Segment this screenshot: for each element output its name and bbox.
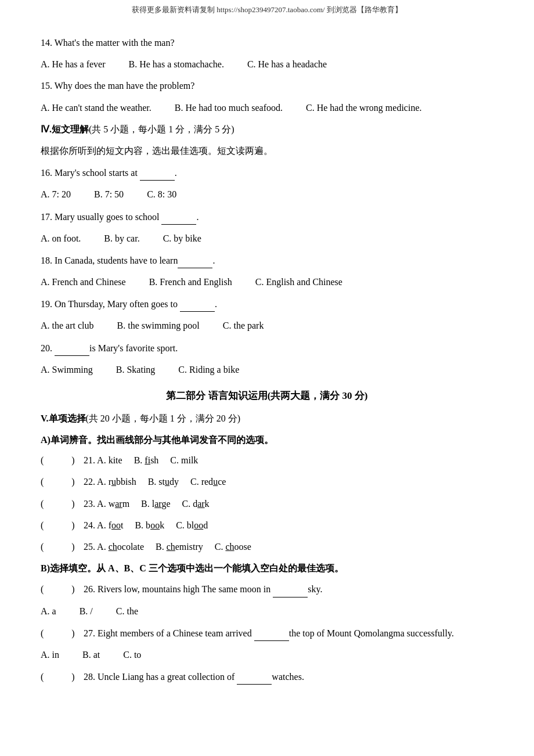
q16-optA: A. 7: 20 — [41, 186, 71, 202]
partA-header: A)单词辨音。找出画线部分与其他单词发音不同的选项。 — [41, 432, 493, 448]
question-20: 20. is Mary's favorite sport. — [41, 340, 493, 356]
q19-optA: A. the art club — [41, 318, 94, 333]
q15-optB: B. He had too much seafood. — [175, 100, 283, 116]
section4-header: Ⅳ.短文理解(共 5 小题，每小题 1 分，满分 5 分) — [41, 121, 493, 137]
q26-optA: A. a — [41, 603, 56, 619]
q18-optC: C. English and Chinese — [255, 274, 342, 290]
q17-options: A. on foot. B. by car. C. by bike — [41, 231, 493, 246]
q27-optA: A. in — [41, 647, 59, 663]
q27-options: A. in B. at C. to — [41, 647, 493, 663]
q18-optA: A. French and Chinese — [41, 274, 126, 290]
partB-header: B)选择填空。从 A、B、C 三个选项中选出一个能填入空白处的最佳选项。 — [41, 560, 493, 576]
section4-instruction: 根据你所听到的短文内容，选出最佳选项。短文读两遍。 — [41, 143, 493, 159]
question-21: ( ) 21. A. kite B. fish C. milk — [41, 452, 493, 468]
q20-optB: B. Skating — [116, 362, 156, 377]
q20-options: A. Swimming B. Skating C. Riding a bike — [41, 362, 493, 377]
top-bar: 获得更多最新资料请复制 https://shop239497207.taobao… — [0, 0, 534, 17]
q26-options: A. a B. / C. the — [41, 603, 493, 619]
q14-options: A. He has a fever B. He has a stomachach… — [41, 56, 493, 72]
q14-optB: B. He has a stomachache. — [129, 56, 224, 72]
question-19: 19. On Thursday, Mary often goes to . — [41, 296, 493, 312]
q18-optB: B. French and English — [149, 274, 232, 290]
section2-title: 第二部分 语言知识运用(共两大题，满分 30 分) — [41, 388, 493, 405]
question-17: 17. Mary usually goes to school . — [41, 208, 493, 225]
question-27: ( ) 27. Eight members of a Chinese team … — [41, 625, 493, 641]
q15-optC: C. He had the wrong medicine. — [306, 100, 422, 116]
q16-optC: C. 8: 30 — [147, 186, 176, 202]
question-24: ( ) 24. A. foot B. book C. blood — [41, 517, 493, 533]
q27-optC: C. to — [123, 647, 141, 663]
q14-optC: C. He has a headache — [247, 56, 327, 72]
q15-optA: A. He can't stand the weather. — [41, 100, 151, 116]
q19-optC: C. the park — [223, 318, 264, 333]
q26-optB: B. / — [80, 603, 93, 619]
q18-options: A. French and Chinese B. French and Engl… — [41, 274, 493, 290]
q19-options: A. the art club B. the swimming pool C. … — [41, 318, 493, 333]
question-25: ( ) 25. A. chocolate B. chemistry C. cho… — [41, 539, 493, 555]
q16-options: A. 7: 20 B. 7: 50 C. 8: 30 — [41, 186, 493, 202]
question-26: ( ) 26. Rivers low, mountains high The s… — [41, 581, 493, 597]
question-15: 15. Why does the man have the problem? — [41, 78, 493, 93]
question-18: 18. In Canada, students have to learn . — [41, 252, 493, 268]
q14-optA: A. He has a fever — [41, 56, 106, 72]
q17-optB: B. by car. — [104, 231, 139, 246]
q20-optA: A. Swimming — [41, 362, 93, 377]
q27-optB: B. at — [82, 647, 100, 663]
q17-optC: C. by bike — [163, 231, 201, 246]
q19-optB: B. the swimming pool — [117, 318, 200, 333]
question-16: 16. Mary's school starts at . — [41, 164, 493, 181]
q17-optA: A. on foot. — [41, 231, 81, 246]
q20-optC: C. Riding a bike — [178, 362, 239, 377]
question-28: ( ) 28. Uncle Liang has a great collecti… — [41, 668, 493, 685]
question-14: 14. What's the matter with the man? — [41, 35, 493, 51]
q26-optC: C. the — [116, 603, 138, 619]
q16-optB: B. 7: 50 — [94, 186, 124, 202]
question-23: ( ) 23. A. warm B. large C. dark — [41, 496, 493, 512]
q15-options: A. He can't stand the weather. B. He had… — [41, 100, 493, 116]
section5-header: V.单项选择(共 20 小题，每小题 1 分，满分 20 分) — [41, 411, 493, 426]
question-22: ( ) 22. A. rubbish B. study C. reduce — [41, 474, 493, 489]
